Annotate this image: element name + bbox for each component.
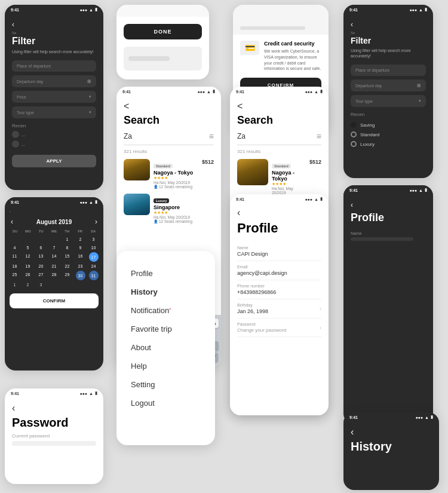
status-icons-1: ●●● ▲ ▮ (79, 7, 97, 12)
chevron-down-icon-1: ▾ (89, 94, 91, 99)
back-arrow-9[interactable]: ‹ (237, 207, 321, 218)
menu-notification[interactable]: Notification• (131, 306, 201, 315)
trip-stars-sg-5: ★★★★ (154, 210, 214, 215)
battery-icon-9: ▮ (320, 197, 323, 201)
back-arrow-5[interactable]: < (124, 101, 214, 112)
card-security-text: We work with CyberSource, a VISA organiz… (264, 48, 321, 72)
trip-image-nagoya-6 (237, 159, 268, 185)
radio-dot-standard (351, 131, 357, 137)
wifi-icon-12: ▲ (425, 415, 429, 419)
wifi-icon-7: ▲ (89, 200, 93, 204)
radio-luxury[interactable]: Luxury (351, 141, 426, 147)
menu-history[interactable]: History (131, 287, 201, 296)
filter-tour-4[interactable]: Tour type ▾ (351, 95, 426, 107)
battery-icon-10: ▮ (425, 188, 427, 192)
back-arrow-4[interactable]: ‹ (351, 20, 426, 29)
calendar-icon-1: ▦ (87, 79, 91, 84)
back-arrow-1[interactable]: ‹ (12, 20, 96, 29)
filter-tour-1[interactable]: Tour type ▾ (12, 106, 96, 118)
filter-title-4: Filter (351, 36, 426, 45)
screen-history: 9:41 ●●● ▲ ▮ ‹ History (343, 412, 439, 490)
status-icons-11: ●●● ▲ ▮ (79, 391, 97, 396)
screen-menu: ✕ Profile History Notification• Favorite… (116, 251, 215, 445)
trip-date-5: Ha Noi, May 20/2019 (154, 180, 198, 185)
status-bar-4: 9:41 ●●● ▲ ▮ (343, 5, 433, 14)
status-bar-10: 9:41 ●●● ▲ ▮ (343, 185, 433, 195)
prev-month-btn[interactable]: ‹ (11, 218, 13, 226)
card-security-row: 💳 Credit card security We work with Cybe… (240, 41, 321, 72)
radio-saving[interactable]: Saving (351, 122, 426, 128)
status-icons-12: ●●● ▲ ▮ (415, 415, 433, 419)
back-arrow-6[interactable]: < (237, 101, 321, 112)
trip-card-singapore-5[interactable]: Luxury Singapore ★★★★ Ha Noi, May 20/201… (124, 194, 214, 223)
signal-icon-12: ●●● (415, 415, 423, 419)
profile-field-password[interactable]: Password Change your password › (237, 319, 321, 337)
menu-about[interactable]: About (131, 343, 201, 352)
password-input-field[interactable] (12, 441, 96, 446)
back-arrow-11[interactable]: ‹ (12, 403, 96, 414)
battery-icon-12: ▮ (431, 415, 433, 419)
battery-icon-4: ▮ (425, 7, 427, 12)
battery-icon-11: ▮ (95, 391, 97, 396)
recents-label-4: Recen (351, 112, 426, 117)
filter-day-4[interactable]: Departure day ▦ (351, 79, 426, 91)
menu-favorite[interactable]: Favorite trip (131, 324, 201, 333)
status-icons-7: ●●● ▲ ▮ (79, 200, 97, 204)
search-query-6: Za (237, 132, 317, 140)
field-label-phone: Phone number (237, 284, 321, 288)
radio-dot-luxury (351, 141, 357, 147)
filter-departure-1[interactable]: Place of departure (12, 60, 96, 72)
filter-subtitle-1: Using filter will help search more accur… (12, 49, 96, 54)
back-arrow-10[interactable]: ‹ (351, 201, 426, 209)
profile-field-email: Email agency@capi.design (237, 261, 321, 280)
signal-icon: ●●● (79, 8, 87, 12)
wifi-icon-10: ▲ (419, 188, 423, 192)
screen-calendar: 9:41 ●●● ▲ ▮ ‹ ‹ August 2019 › SU MO TU … (5, 197, 103, 370)
screen-password: 9:41 ●●● ▲ ▮ ‹ Password Current password (5, 388, 103, 484)
chevron-down-icon-2: ▾ (89, 110, 91, 115)
seat-icon-5: 👤 (154, 185, 158, 189)
signal-icon-7: ●●● (79, 200, 87, 204)
status-time-10: 9:41 (349, 188, 358, 192)
profile-field-name: Name CAPI Design (237, 242, 321, 261)
battery-icon-6: ▮ (320, 89, 323, 94)
field-label-name: Name (237, 246, 321, 250)
apply-button-1[interactable]: APPLY (12, 155, 96, 167)
battery-icon-7: ▮ (95, 200, 97, 204)
search-input-row-5[interactable]: Za ≡ (124, 131, 214, 145)
badge-standard-6: Standard (272, 164, 291, 169)
se-label-4: Se (351, 31, 426, 35)
status-bar-7: 9:41 ●●● ▲ ▮ (5, 197, 103, 207)
back-arrow-12[interactable]: ‹ (351, 427, 432, 437)
menu-profile[interactable]: Profile (131, 269, 201, 278)
field-label-email: Email (237, 265, 321, 269)
next-month-btn[interactable]: › (95, 218, 97, 226)
wifi-icon-4: ▲ (419, 8, 423, 12)
current-password-label: Current password (12, 433, 96, 439)
trip-card-nagoya-5[interactable]: Standard Nagoya - Tokyo ★★★★ Ha Noi, May… (124, 159, 214, 189)
done-button[interactable]: DONE (124, 24, 202, 39)
menu-logout[interactable]: Logout (131, 399, 201, 408)
wifi-icon-11: ▲ (89, 391, 93, 396)
filter-price-1[interactable]: Price ▾ (12, 91, 96, 103)
recent-icon-1 (12, 131, 19, 138)
trip-name-singapore-5: Singapore (154, 204, 214, 210)
back-area-7[interactable]: ‹ (5, 207, 103, 214)
menu-help[interactable]: Help (131, 362, 201, 370)
screen-done: DONE (116, 5, 209, 79)
status-time-1: 9:41 (11, 8, 19, 12)
menu-setting[interactable]: Setting (131, 380, 201, 389)
wifi-icon-6: ▲ (314, 90, 318, 94)
signal-icon-5: ●●● (197, 90, 205, 94)
cal-month: August 2019 (36, 219, 72, 225)
filter-day-1[interactable]: Departure day ▦ (12, 75, 96, 87)
search-input-row-6[interactable]: Za ≡ (237, 131, 321, 145)
radio-standard[interactable]: Standard (351, 131, 426, 137)
filter-departure-4[interactable]: Place of departure (351, 65, 426, 76)
recents-label-1: Recen (12, 123, 96, 128)
confirm-calendar-button[interactable]: CONFIRM (10, 293, 99, 308)
profile-field-birthday[interactable]: Birthday Jan 26, 1998 › (237, 299, 321, 319)
cal-days-grid: 1 2 3 4 5 6 7 8 9 10 11 12 13 14 15 16 1… (8, 235, 100, 289)
trip-name-nagoya-6: Nagoya - Tokyo (272, 170, 306, 182)
status-bar-1: 9:41 ●●● ▲ ▮ (5, 5, 103, 14)
